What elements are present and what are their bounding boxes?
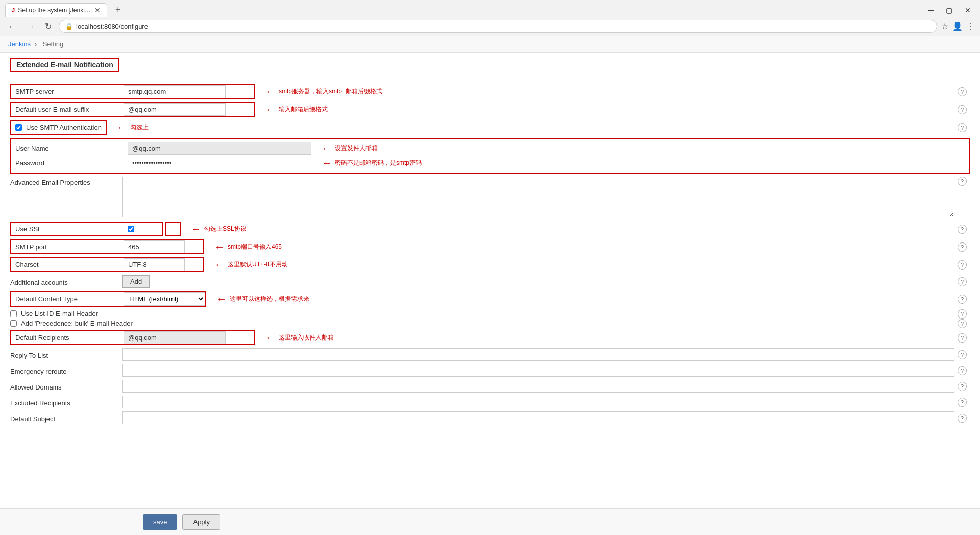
charset-help-icon[interactable]: ?: [958, 260, 967, 270]
smtp-server-label: SMTP server: [11, 85, 124, 98]
smtp-port-input[interactable]: [124, 240, 185, 253]
browser-tab[interactable]: J Set up the system [Jenkins] ✕: [5, 3, 107, 17]
breadcrumb-setting: Setting: [43, 40, 63, 48]
reply-to-list-help-icon[interactable]: ?: [958, 350, 967, 359]
default-recipients-label: Default Recipients: [11, 331, 124, 344]
additional-accounts-label: Additional accounts: [10, 277, 122, 286]
maximize-button[interactable]: ▢: [942, 4, 957, 16]
add-precedence-help-icon[interactable]: ?: [958, 319, 967, 328]
tab-title: Set up the system [Jenkins]: [18, 7, 91, 14]
reply-to-list-label: Reply To List: [10, 350, 122, 359]
tab-close-button[interactable]: ✕: [94, 6, 101, 14]
default-content-type-label: Default Content Type: [11, 293, 124, 305]
browser-toolbar: ← → ↻ 🔒 localhost:8080/configure ☆ 👤 ⋮: [0, 17, 980, 36]
recipients-annotation: ← 这里输入收件人邮箱: [265, 332, 334, 344]
address-bar[interactable]: 🔒 localhost:8080/configure: [59, 20, 937, 33]
ssl-checkbox-border: [165, 222, 181, 236]
use-listid-label: Use List-ID E-mail Header: [21, 310, 98, 318]
save-button[interactable]: save: [143, 514, 177, 530]
add-account-button[interactable]: Add: [122, 275, 150, 288]
smtp-port-row: SMTP port ← smtp端口号输入465 ?: [10, 239, 970, 254]
breadcrumb-jenkins[interactable]: Jenkins: [8, 40, 31, 48]
bookmark-icon[interactable]: ☆: [941, 21, 948, 31]
default-content-type-help-icon[interactable]: ?: [958, 295, 967, 304]
additional-accounts-help-icon[interactable]: ?: [958, 277, 967, 286]
smtp-server-row: SMTP server ← smtp服务器，输入smtp+邮箱后缀格式 ?: [10, 84, 970, 99]
menu-icon[interactable]: ⋮: [967, 21, 975, 31]
minimize-button[interactable]: ─: [924, 4, 938, 16]
breadcrumb-separator: ›: [35, 40, 37, 48]
browser-toolbar-icons: ☆ 👤 ⋮: [941, 21, 975, 31]
lock-icon: 🔒: [65, 23, 73, 30]
default-content-type-select[interactable]: HTML (text/html) Plain Text (text/plain): [124, 292, 205, 306]
default-suffix-help-icon[interactable]: ?: [958, 105, 967, 114]
smtp-port-label: SMTP port: [11, 240, 124, 253]
allowed-domains-label: Allowed Domains: [10, 381, 122, 391]
smtp-server-help-icon[interactable]: ?: [958, 87, 967, 96]
use-listid-help-icon[interactable]: ?: [958, 309, 967, 319]
advanced-email-help-icon[interactable]: ?: [958, 177, 967, 186]
use-listid-checkbox[interactable]: [10, 310, 17, 317]
ssl-annotation: ← 勾选上SSL协议: [191, 223, 247, 235]
emergency-reroute-row: Emergency reroute ?: [10, 364, 970, 377]
refresh-button[interactable]: ↻: [42, 20, 55, 32]
use-ssl-row: Use SSL ← 勾选上SSL协议 ?: [10, 222, 970, 236]
smtp-server-annotation: ← smtp服务器，输入smtp+邮箱后缀格式: [265, 86, 382, 98]
back-button[interactable]: ←: [5, 21, 19, 32]
excluded-recipients-help-icon[interactable]: ?: [958, 398, 967, 407]
emergency-reroute-input[interactable]: [122, 364, 954, 377]
use-smtp-auth-help-icon[interactable]: ?: [958, 123, 967, 132]
advanced-email-textarea[interactable]: [122, 177, 954, 217]
use-ssl-checkbox[interactable]: [128, 226, 134, 232]
allowed-domains-row: Allowed Domains ?: [10, 380, 970, 393]
default-recipients-help-icon[interactable]: ?: [958, 333, 967, 343]
smtp-auth-annotation: ← 勾选上: [117, 121, 149, 133]
charset-row: Charset ← 这里默认UTF-8不用动 ?: [10, 257, 970, 272]
default-suffix-input[interactable]: [124, 103, 226, 116]
password-annotation: ← 密码不是邮箱密码，是smtp密码: [322, 157, 422, 169]
smtp-port-help-icon[interactable]: ?: [958, 242, 967, 252]
use-listid-row: Use List-ID E-mail Header ?: [10, 310, 970, 318]
default-suffix-label: Default user E-mail suffix: [11, 103, 124, 116]
smtp-port-annotation: ← smtp端口号输入465: [214, 241, 282, 253]
profile-icon[interactable]: 👤: [952, 21, 963, 31]
default-recipients-input[interactable]: [124, 331, 226, 344]
default-suffix-row: Default user E-mail suffix ← 输入邮箱后缀格式 ?: [10, 102, 970, 117]
close-window-button[interactable]: ✕: [961, 4, 975, 16]
default-content-type-row: Default Content Type HTML (text/html) Pl…: [10, 291, 970, 307]
charset-annotation: ← 这里默认UTF-8不用动: [214, 259, 288, 271]
default-subject-label: Default Subject: [10, 413, 122, 423]
apply-button[interactable]: Apply: [182, 514, 220, 530]
username-annotation: ← 设置发件人邮箱: [322, 142, 378, 154]
allowed-domains-input[interactable]: [122, 380, 954, 393]
bottom-bar: save Apply: [0, 508, 980, 535]
additional-accounts-row: Additional accounts Add ?: [10, 275, 970, 288]
username-input[interactable]: [128, 142, 311, 155]
advanced-email-row: Advanced Email Properties ?: [10, 177, 970, 217]
use-smtp-auth-row: Use SMTP Authentication ← 勾选上 ?: [10, 120, 970, 135]
section-title: Extended E-mail Notification: [10, 58, 119, 72]
default-subject-input[interactable]: [122, 411, 954, 424]
use-ssl-help-icon[interactable]: ?: [958, 225, 967, 234]
reply-to-list-input[interactable]: [122, 348, 954, 361]
use-smtp-auth-checkbox[interactable]: [15, 124, 22, 131]
emergency-reroute-help-icon[interactable]: ?: [958, 366, 967, 375]
username-row: User Name ← 设置发件人邮箱: [15, 142, 953, 155]
smtp-server-input[interactable]: [124, 85, 226, 98]
advanced-email-label: Advanced Email Properties: [10, 177, 122, 186]
excluded-recipients-input[interactable]: [122, 396, 954, 408]
default-suffix-annotation: ← 输入邮箱后缀格式: [265, 104, 328, 115]
browser-chrome: J Set up the system [Jenkins] ✕ + ─ ▢ ✕ …: [0, 0, 980, 36]
breadcrumb: Jenkins › Setting: [0, 36, 980, 53]
default-subject-help-icon[interactable]: ?: [958, 414, 967, 423]
excluded-recipients-label: Excluded Recipients: [10, 397, 122, 407]
allowed-domains-help-icon[interactable]: ?: [958, 382, 967, 391]
add-precedence-checkbox[interactable]: [10, 320, 17, 327]
username-label: User Name: [15, 144, 128, 152]
password-input[interactable]: [128, 157, 311, 169]
default-recipients-row: Default Recipients ← 这里输入收件人邮箱 ?: [10, 330, 970, 345]
forward-button[interactable]: →: [23, 21, 38, 32]
charset-input[interactable]: [124, 258, 185, 271]
new-tab-button[interactable]: +: [111, 4, 125, 16]
use-ssl-label: Use SSL: [15, 225, 128, 233]
